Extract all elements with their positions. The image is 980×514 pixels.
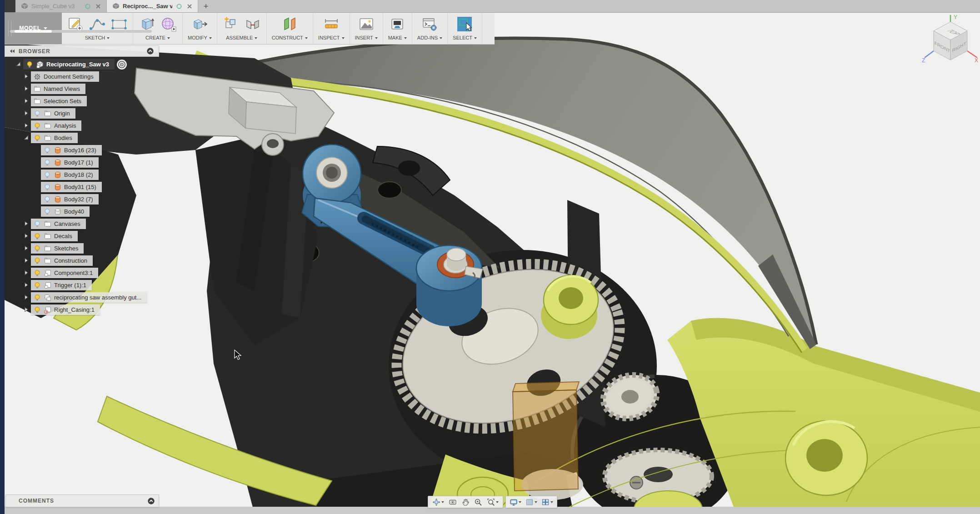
new-component-icon[interactable] xyxy=(222,15,240,33)
grid-snaps-icon[interactable] xyxy=(525,498,534,506)
tree-collapsed-arrow-icon[interactable] xyxy=(23,294,30,301)
visibility-bulb-icon[interactable] xyxy=(33,232,41,240)
toolbar-group-label[interactable]: ASSEMBLE xyxy=(226,35,257,40)
look-at-button[interactable] xyxy=(448,498,457,506)
create-form-icon[interactable] xyxy=(160,15,177,33)
tree-collapsed-arrow-icon[interactable] xyxy=(23,233,30,240)
chevron-down-icon[interactable] xyxy=(496,501,499,504)
tree-row-sketches[interactable]: Sketches xyxy=(5,242,159,255)
sync-status-icon[interactable] xyxy=(84,3,91,10)
measure-icon[interactable] xyxy=(323,15,340,33)
collapse-panel-icon[interactable] xyxy=(9,48,16,55)
orbit-icon[interactable] xyxy=(432,498,440,506)
visibility-bulb-icon[interactable] xyxy=(33,245,41,253)
new-document-tab-button[interactable]: + xyxy=(198,0,214,12)
visibility-bulb-icon[interactable] xyxy=(33,134,41,142)
zoom-window-icon[interactable] xyxy=(487,498,495,506)
visibility-bulb-icon[interactable] xyxy=(43,159,51,167)
workspace-switcher-model[interactable]: MODEL xyxy=(5,12,62,44)
joint-icon[interactable] xyxy=(244,15,261,33)
tree-row-selection-sets[interactable]: Selection Sets xyxy=(5,95,159,107)
toolbar-grip[interactable] xyxy=(8,20,11,36)
zoom-button[interactable] xyxy=(474,498,483,506)
document-tab[interactable]: Reciproc..._Saw v3* xyxy=(107,0,198,12)
viewports-button[interactable] xyxy=(541,498,554,506)
tree-row-document-settings[interactable]: Document Settings xyxy=(5,70,159,83)
toolbar-group-label[interactable]: CREATE xyxy=(145,35,170,40)
tree-row-body18-2-[interactable]: Body18 (2) xyxy=(5,169,159,181)
tree-row-named-views[interactable]: Named Views xyxy=(5,83,159,95)
zoom-window-button[interactable] xyxy=(486,498,499,506)
tree-row-body16-23-[interactable]: Body16 (23) xyxy=(5,144,159,156)
toolbar-group-label[interactable]: MAKE xyxy=(388,35,407,40)
chevron-down-icon[interactable] xyxy=(550,501,553,504)
toolbar-group-label[interactable]: ADD-INS xyxy=(417,35,442,40)
document-tab[interactable]: Simple_Cube v3 xyxy=(15,0,107,12)
tree-collapsed-arrow-icon[interactable] xyxy=(23,85,30,92)
visibility-bulb-icon[interactable] xyxy=(43,183,51,191)
view-cube[interactable]: TOP FRONT RIGHT Y Z X xyxy=(921,14,980,75)
toolbar-group-label[interactable]: CONSTRUCT xyxy=(272,35,308,40)
look-at-icon[interactable] xyxy=(449,498,457,506)
tree-row-body40[interactable]: Body40 xyxy=(5,205,159,218)
tree-collapsed-arrow-icon[interactable] xyxy=(23,306,30,313)
toolbar-group-label[interactable]: MODIFY xyxy=(188,35,212,40)
visibility-bulb-icon[interactable] xyxy=(33,269,41,277)
tree-row-bodies[interactable]: Bodies xyxy=(5,132,159,144)
tree-row-body17-1-[interactable]: Body17 (1) xyxy=(5,156,159,169)
tree-row-construction[interactable]: Construction xyxy=(5,255,159,267)
sync-status-icon[interactable] xyxy=(175,3,183,10)
grid-snaps-button[interactable] xyxy=(525,498,538,506)
toolbar-group-label[interactable]: SKETCH xyxy=(85,35,110,40)
tree-row-canvases[interactable]: Canvases xyxy=(5,218,159,230)
tree-collapsed-arrow-icon[interactable] xyxy=(23,269,30,276)
visibility-bulb-icon[interactable] xyxy=(33,306,41,314)
visibility-bulb-icon[interactable] xyxy=(33,122,41,130)
tree-collapsed-arrow-icon[interactable] xyxy=(23,110,30,117)
toolbar-group-label[interactable]: INSERT xyxy=(355,35,378,40)
viewports-icon[interactable] xyxy=(541,498,550,506)
tree-collapsed-arrow-icon[interactable] xyxy=(23,98,30,105)
browser-panel-header[interactable]: BROWSER xyxy=(5,45,159,57)
tree-row-analysis[interactable]: Analysis xyxy=(5,120,159,132)
construct-plane-icon[interactable] xyxy=(281,15,298,33)
chevron-down-icon[interactable] xyxy=(519,501,521,504)
tree-collapsed-arrow-icon[interactable] xyxy=(23,73,30,80)
tree-row-right-casing-1[interactable]: Right_Casing:1 xyxy=(5,304,159,316)
visibility-bulb-icon[interactable] xyxy=(43,195,51,204)
visibility-bulb-icon[interactable] xyxy=(33,281,41,289)
visibility-bulb-icon[interactable] xyxy=(33,220,41,228)
toolbar-group-label[interactable]: SELECT xyxy=(453,35,477,40)
visibility-bulb-icon[interactable] xyxy=(25,60,34,69)
tree-expanded-arrow-icon[interactable] xyxy=(23,135,30,141)
visibility-bulb-icon[interactable] xyxy=(43,171,51,179)
section-box-amber[interactable] xyxy=(513,382,579,491)
addins-script-icon[interactable] xyxy=(421,15,438,33)
toolbar-scrollbar[interactable] xyxy=(10,30,152,33)
tree-collapsed-arrow-icon[interactable] xyxy=(23,282,30,289)
tree-row-reciprocating-saw-assembly-gut-[interactable]: reciprocating saw assembly gut... xyxy=(5,291,159,304)
visibility-bulb-icon[interactable] xyxy=(43,208,51,216)
tree-row-body32-7-[interactable]: Body32 (7) xyxy=(5,193,159,205)
tree-row-component3-1[interactable]: Component3:1 xyxy=(5,267,159,279)
tree-row-origin[interactable]: Origin xyxy=(5,107,159,120)
insert-image-icon[interactable] xyxy=(358,15,375,33)
active-component-radio[interactable] xyxy=(117,60,127,70)
screw-boss-yellow[interactable] xyxy=(541,275,598,339)
comments-panel[interactable]: COMMENTS xyxy=(5,494,159,507)
tree-collapsed-arrow-icon[interactable] xyxy=(23,245,30,252)
comments-expand-button[interactable] xyxy=(147,497,155,505)
select-cursor-icon[interactable] xyxy=(456,15,473,33)
orbit-button[interactable] xyxy=(432,498,445,506)
panel-options-button[interactable] xyxy=(146,47,154,55)
zoom-icon[interactable] xyxy=(474,498,482,506)
visibility-bulb-icon[interactable] xyxy=(33,294,41,302)
tree-row-trigger-1-1[interactable]: Trigger (1):1 xyxy=(5,279,159,291)
display-settings-icon[interactable] xyxy=(510,498,518,506)
modify-presspull-icon[interactable] xyxy=(191,15,208,33)
make-print-icon[interactable] xyxy=(389,15,406,33)
browser-root-row[interactable]: Reciprocating_Saw v3 xyxy=(5,58,159,70)
tree-expanded-arrow-icon[interactable] xyxy=(15,61,22,68)
pan-button[interactable] xyxy=(461,498,470,506)
close-icon[interactable] xyxy=(95,3,102,10)
